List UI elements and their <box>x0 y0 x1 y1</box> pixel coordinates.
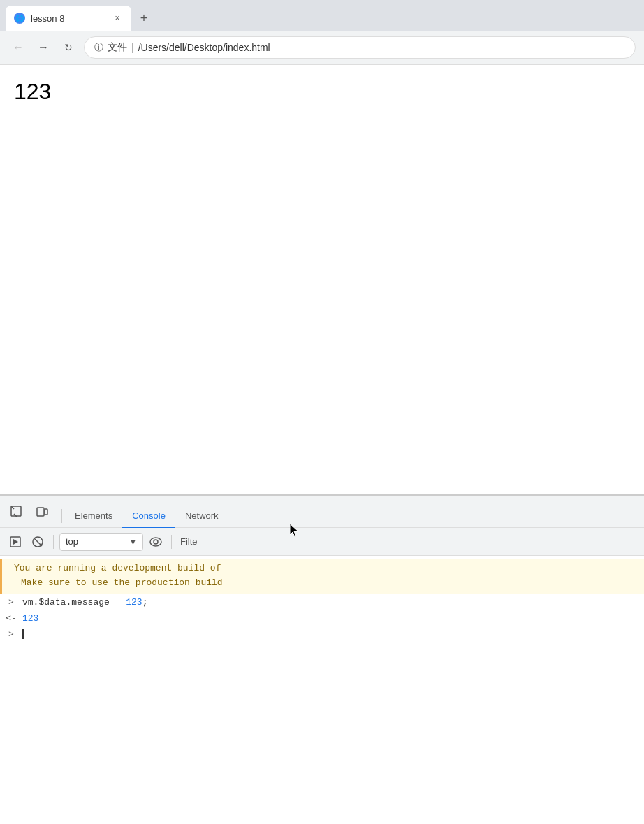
console-input-line: > vm.$data.message = 123; <box>0 594 644 610</box>
console-toolbar: top ▼ Filte <box>0 528 644 556</box>
refresh-button[interactable]: ↻ <box>59 38 78 57</box>
file-label: 文件 <box>108 41 127 54</box>
console-code: vm.$data.message = 123; <box>22 597 147 608</box>
svg-point-10 <box>154 540 158 544</box>
cursor <box>22 629 24 639</box>
address-url: /Users/dell/Desktop/index.html <box>138 42 270 53</box>
warning-line-1: You are running a development build of <box>14 561 638 576</box>
info-icon: ⓘ <box>94 41 103 54</box>
context-selector[interactable]: top ▼ <box>59 533 143 551</box>
element-selector-icon[interactable] <box>6 501 28 523</box>
devtools-icons <box>6 501 53 527</box>
result-prompt: <- <box>6 613 17 624</box>
svg-rect-4 <box>45 509 47 515</box>
tab-network[interactable]: Network <box>175 505 228 528</box>
clear-console-button[interactable] <box>28 532 47 552</box>
console-warning-message: You are running a development build of M… <box>0 559 644 594</box>
context-arrow: ▼ <box>129 538 137 546</box>
devtools-panel: Elements Console Network top ▼ <box>0 494 644 824</box>
svg-marker-6 <box>13 539 18 545</box>
empty-prompt: > <box>6 629 17 640</box>
console-result-value: 123 <box>22 613 38 624</box>
tab-favicon: 🌐 <box>14 13 25 24</box>
page-heading: 123 <box>14 79 630 105</box>
run-snippets-button[interactable] <box>6 532 25 552</box>
svg-line-8 <box>34 538 42 546</box>
back-button[interactable]: ← <box>8 38 28 57</box>
tab-title: lesson 8 <box>31 13 106 24</box>
new-tab-button[interactable]: + <box>134 8 154 28</box>
device-toolbar-icon[interactable] <box>31 501 53 523</box>
code-semi: ; <box>142 597 148 608</box>
address-separator: | <box>131 42 134 53</box>
eye-filter-button[interactable] <box>146 532 166 552</box>
forward-button[interactable]: → <box>34 38 53 57</box>
code-equals: = <box>115 597 126 608</box>
active-tab[interactable]: 🌐 lesson 8 × <box>6 6 131 31</box>
browser-chrome: 🌐 lesson 8 × + ← → ↻ ⓘ 文件 | /Users/dell/… <box>0 0 644 65</box>
context-text: top <box>66 536 125 547</box>
warning-line-2: Make sure to use the production build <box>21 576 638 591</box>
tab-elements[interactable]: Elements <box>65 505 122 528</box>
filter-label: Filte <box>180 536 198 547</box>
tab-divider <box>61 509 62 523</box>
devtools-tab-bar: Elements Console Network <box>0 496 644 528</box>
toolbar-divider-2 <box>171 535 172 549</box>
console-result-line: <- 123 <box>0 610 644 626</box>
input-prompt: > <box>6 597 17 608</box>
svg-point-9 <box>150 538 161 546</box>
tab-bar: 🌐 lesson 8 × + <box>0 0 644 31</box>
code-value: 123 <box>126 597 142 608</box>
tab-console[interactable]: Console <box>122 505 175 528</box>
toolbar-divider <box>53 535 54 549</box>
console-output: You are running a development build of M… <box>0 556 644 824</box>
tab-close-button[interactable]: × <box>112 13 123 24</box>
address-input[interactable]: ⓘ 文件 | /Users/dell/Desktop/index.html <box>84 36 636 59</box>
address-bar: ← → ↻ ⓘ 文件 | /Users/dell/Desktop/index.h… <box>0 31 644 64</box>
svg-rect-3 <box>37 508 44 516</box>
code-vm: vm.$data.message <box>22 597 115 608</box>
page-content: 123 <box>0 65 644 494</box>
console-empty-prompt-line[interactable]: > <box>0 626 644 642</box>
